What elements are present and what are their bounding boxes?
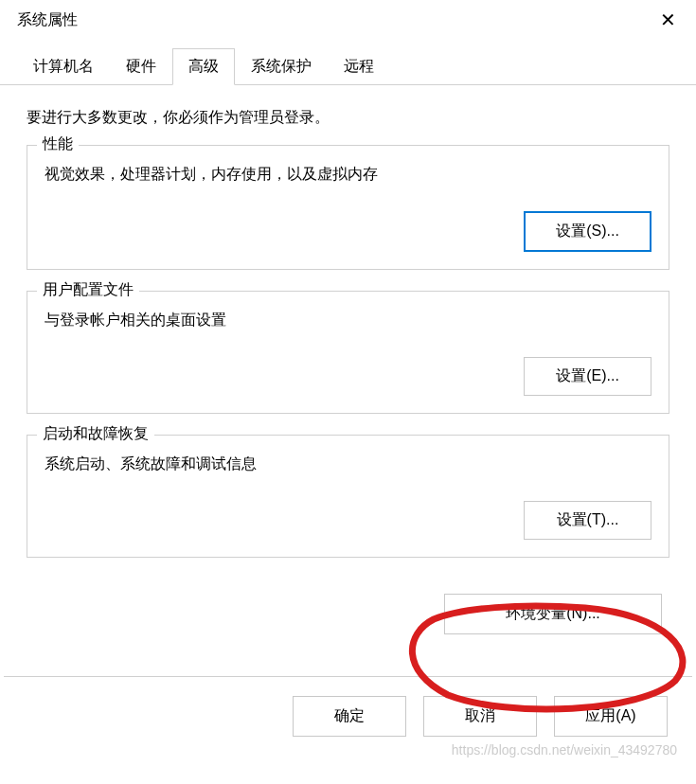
group-userprofile: 用户配置文件 与登录帐户相关的桌面设置 设置(E)... — [27, 291, 669, 414]
group-performance: 性能 视觉效果，处理器计划，内存使用，以及虚拟内存 设置(S)... — [27, 145, 669, 270]
group-performance-desc: 视觉效果，处理器计划，内存使用，以及虚拟内存 — [45, 165, 651, 185]
cancel-button[interactable]: 取消 — [423, 696, 537, 737]
tab-content-advanced: 要进行大多数更改，你必须作为管理员登录。 性能 视觉效果，处理器计划，内存使用，… — [0, 85, 696, 668]
tab-advanced[interactable]: 高级 — [172, 48, 235, 85]
group-userprofile-legend: 用户配置文件 — [37, 280, 139, 300]
dialog-title: 系统属性 — [17, 10, 78, 30]
group-userprofile-desc: 与登录帐户相关的桌面设置 — [45, 311, 651, 330]
tab-hardware[interactable]: 硬件 — [110, 48, 172, 85]
tab-bar: 计算机名 硬件 高级 系统保护 远程 — [0, 47, 696, 85]
userprofile-settings-button[interactable]: 设置(E)... — [524, 357, 651, 396]
group-startup-legend: 启动和故障恢复 — [37, 424, 154, 444]
watermark-text: https://blog.csdn.net/weixin_43492780 — [452, 742, 677, 757]
tab-systemprotection[interactable]: 系统保护 — [235, 48, 328, 85]
group-startup-desc: 系统启动、系统故障和调试信息 — [45, 454, 651, 474]
apply-button[interactable]: 应用(A) — [554, 696, 668, 737]
ok-button[interactable]: 确定 — [293, 696, 406, 737]
performance-settings-button[interactable]: 设置(S)... — [524, 211, 651, 252]
dialog-button-bar: 确定 取消 应用(A) — [4, 676, 692, 737]
tab-computername[interactable]: 计算机名 — [17, 48, 110, 85]
tab-remote[interactable]: 远程 — [328, 48, 390, 85]
startup-settings-button[interactable]: 设置(T)... — [524, 501, 651, 540]
close-icon[interactable]: ✕ — [656, 10, 679, 29]
admin-note: 要进行大多数更改，你必须作为管理员登录。 — [27, 108, 669, 128]
environment-variables-button[interactable]: 环境变量(N)... — [444, 594, 662, 634]
group-performance-legend: 性能 — [37, 134, 79, 154]
group-startup: 启动和故障恢复 系统启动、系统故障和调试信息 设置(T)... — [27, 435, 669, 558]
